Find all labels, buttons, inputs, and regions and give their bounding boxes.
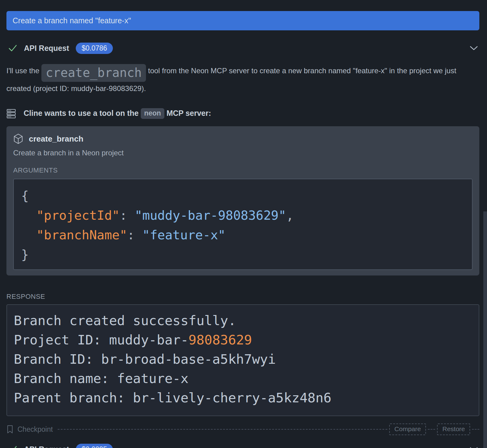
checkpoint-row: Checkpoint Compare Restore	[6, 423, 479, 435]
message-text-before: I'll use the	[6, 66, 41, 75]
task-banner-text: Create a branch named "feature-x"	[13, 16, 131, 25]
code-line: }	[21, 245, 465, 264]
checkpoint-divider	[428, 429, 435, 430]
restore-button[interactable]: Restore	[437, 423, 470, 435]
code-line: Project ID: muddy-bar-98083629	[14, 330, 472, 350]
tool-description: Create a branch in a Neon project	[13, 149, 473, 157]
checkpoint-divider	[472, 429, 479, 430]
code-line: Parent branch: br-lively-cherry-a5kz48n6	[14, 388, 472, 408]
tool-use-header-text: Cline wants to use a tool on the neon MC…	[24, 108, 211, 119]
assistant-message: I'll use the create_branch tool from the…	[6, 64, 468, 95]
tool-card: create_branch Create a branch in a Neon …	[6, 126, 479, 275]
code-line: Branch ID: br-broad-base-a5kh7wyi	[14, 350, 472, 369]
arguments-code[interactable]: { "projectId": "muddy-bar-98083629", "br…	[13, 179, 473, 270]
compare-button[interactable]: Compare	[389, 423, 426, 435]
bookmark-icon	[6, 425, 13, 434]
api-request-row-2[interactable]: API Request $0.0095	[6, 442, 479, 448]
api-request-row-1[interactable]: API Request $0.0786	[6, 41, 479, 55]
mcp-server-icon	[6, 108, 16, 119]
check-icon	[8, 44, 17, 52]
checkpoint-label: Checkpoint	[17, 425, 53, 434]
inline-code-chip: create_branch	[41, 64, 146, 82]
code-line: "projectId": "muddy-bar-98083629",	[21, 206, 465, 225]
chat-content: Create a branch named "feature-x" API Re…	[0, 0, 487, 448]
code-line: "branchName": "feature-x"	[21, 225, 465, 245]
api-request-label: API Request	[24, 445, 69, 448]
response-label: RESPONSE	[6, 293, 479, 301]
scrollbar-thumb[interactable]	[483, 211, 487, 448]
code-line: {	[21, 186, 465, 206]
api-request-label: API Request	[24, 44, 69, 53]
cost-badge: $0.0095	[76, 444, 113, 448]
cost-badge: $0.0786	[76, 43, 113, 54]
cube-icon	[13, 133, 23, 144]
code-line: Branch created successfully.	[14, 311, 472, 330]
arguments-label: ARGUMENTS	[13, 166, 473, 174]
code-line: Branch name: feature-x	[14, 369, 472, 388]
chevron-down-icon[interactable]	[470, 46, 478, 51]
check-icon	[8, 445, 17, 448]
tool-name: create_branch	[29, 134, 83, 144]
chevron-down-icon[interactable]	[470, 447, 478, 448]
tool-use-header: Cline wants to use a tool on the neon MC…	[6, 108, 479, 119]
tool-title-row: create_branch	[13, 133, 473, 144]
response-code[interactable]: Branch created successfully.Project ID: …	[6, 304, 479, 416]
checkpoint-divider	[58, 429, 387, 430]
task-banner[interactable]: Create a branch named "feature-x"	[6, 11, 479, 30]
server-name-chip: neon	[141, 108, 164, 119]
